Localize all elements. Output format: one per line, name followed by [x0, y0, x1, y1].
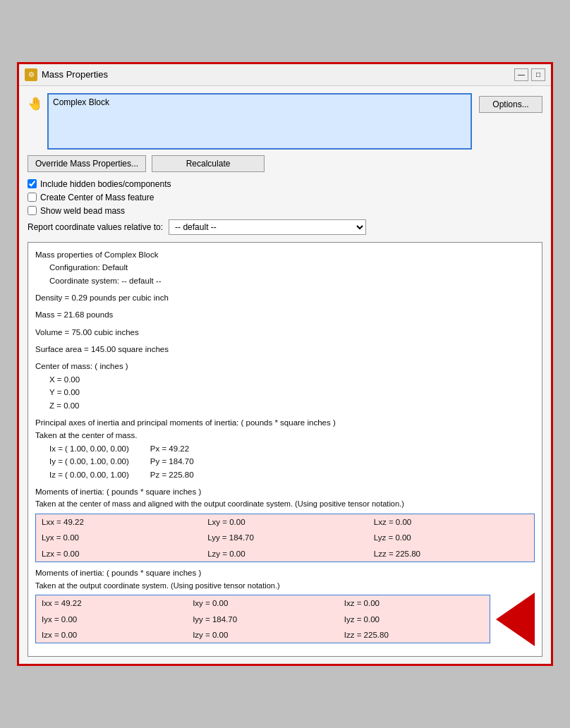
taken-center: Taken at the center of mass.: [35, 429, 535, 442]
app-icon: ⚙: [25, 68, 37, 81]
moments2-section: Moments of inertia: ( pounds * square in…: [35, 566, 535, 646]
results-coord-sys: Coordinate system: -- default --: [35, 274, 535, 287]
moments2-label: Moments of inertia: ( pounds * square in…: [35, 566, 535, 579]
cell-iyy: Iyy = 184.70: [187, 612, 339, 627]
weld-bead-checkbox[interactable]: [28, 206, 37, 215]
com-x: X = 0.00: [35, 373, 535, 386]
object-list[interactable]: Complex Block: [47, 93, 472, 150]
moments1-label: Moments of inertia: ( pounds * square in…: [35, 485, 535, 498]
table-row: Lyx = 0.00 Lyy = 184.70 Lyz = 0.00: [36, 530, 535, 545]
center-of-mass-checkbox[interactable]: [28, 193, 37, 202]
recalculate-button[interactable]: Recalculate: [152, 155, 265, 172]
volume-section: Volume = 75.00 cubic inches: [35, 326, 535, 339]
com-label: Center of mass: ( inches ): [35, 360, 535, 372]
cell-ixx: Ixx = 49.22: [36, 595, 188, 612]
coordinate-label: Report coordinate values relative to:: [28, 222, 163, 232]
com-z: Z = 0.00: [35, 399, 535, 412]
com-section: Center of mass: ( inches ) X = 0.00 Y = …: [35, 360, 535, 412]
hidden-bodies-row: Include hidden bodies/components: [28, 179, 542, 189]
center-of-mass-row: Create Center of Mass feature: [28, 193, 542, 202]
py-row: Py = 184.70: [150, 455, 194, 468]
table2-wrapper: Ixx = 49.22 Ixy = 0.00 Ixz = 0.00 Iyx = …: [35, 592, 535, 646]
principal-rows: Ix = ( 1.00, 0.00, 0.00) Iy = ( 0.00, 1.…: [35, 442, 535, 481]
cell-lyy: Lyy = 184.70: [202, 530, 368, 545]
cell-iyz: Iyz = 0.00: [339, 612, 490, 627]
window-controls: — □: [514, 68, 545, 81]
weld-bead-row: Show weld bead mass: [28, 206, 542, 216]
cell-iyx: Iyx = 0.00: [36, 612, 188, 627]
results-config: Configuration: Default: [35, 261, 535, 274]
dialog-body: 🤚 Complex Block Options... Override Mass…: [19, 86, 551, 665]
surface-area-value: Surface area = 145.00 square inches: [35, 343, 535, 356]
surface-area-section: Surface area = 145.00 square inches: [35, 343, 535, 356]
moments2-sub: Taken at the output coordinate system. (…: [35, 580, 535, 593]
iz-row: Iz = ( 0.00, 0.00, 1.00): [49, 468, 129, 481]
pz-row: Pz = 225.80: [150, 468, 194, 481]
cell-lzy: Lzy = 0.00: [202, 546, 368, 562]
weld-bead-label: Show weld bead mass: [40, 206, 125, 216]
principal-label: Principal axes of inertia and principal …: [35, 416, 535, 429]
principal-axes: Ix = ( 1.00, 0.00, 0.00) Iy = ( 0.00, 1.…: [49, 442, 129, 481]
hand-icon: 🤚: [28, 96, 43, 111]
table-row: Lzx = 0.00 Lzy = 0.00 Lzz = 225.80: [36, 546, 535, 562]
principal-section: Principal axes of inertia and principal …: [35, 416, 535, 481]
options-button[interactable]: Options...: [479, 96, 542, 113]
red-arrow-icon: [496, 593, 535, 646]
density-value: Density = 0.29 pounds per cubic inch: [35, 291, 535, 304]
object-list-item: Complex Block: [53, 97, 109, 107]
hidden-bodies-checkbox[interactable]: [28, 179, 37, 188]
cell-izz: Izz = 225.80: [339, 627, 490, 643]
cell-izy: Izy = 0.00: [187, 627, 339, 643]
volume-value: Volume = 75.00 cubic inches: [35, 326, 535, 339]
options-col: Options...: [479, 93, 542, 150]
cell-ixz: Ixz = 0.00: [339, 595, 490, 612]
top-row: 🤚 Complex Block Options...: [28, 93, 542, 150]
action-row: Override Mass Properties... Recalculate: [28, 155, 542, 172]
cell-lxy: Lxy = 0.00: [202, 514, 368, 530]
center-of-mass-label: Create Center of Mass feature: [40, 193, 154, 202]
mass-value: Mass = 21.68 pounds: [35, 308, 535, 321]
maximize-button[interactable]: □: [531, 68, 545, 81]
override-button[interactable]: Override Mass Properties...: [28, 155, 146, 172]
cell-izx: Izx = 0.00: [36, 627, 188, 643]
window-title: Mass Properties: [42, 69, 510, 80]
cell-lyx: Lyx = 0.00: [36, 530, 202, 545]
principal-moments: Px = 49.22 Py = 184.70 Pz = 225.80: [150, 442, 194, 481]
cell-lxz: Lxz = 0.00: [368, 514, 535, 530]
table-row: Lxx = 49.22 Lxy = 0.00 Lxz = 0.00: [36, 514, 535, 530]
moments1-table: Lxx = 49.22 Lxy = 0.00 Lxz = 0.00 Lyx = …: [35, 514, 535, 562]
moments1-sub: Taken at the center of mass and aligned …: [35, 498, 535, 511]
cell-lxx: Lxx = 49.22: [36, 514, 202, 530]
results-title: Mass properties of Complex Block: [35, 248, 535, 261]
cell-lyz: Lyz = 0.00: [368, 530, 535, 545]
px-row: Px = 49.22: [150, 442, 194, 455]
table-row: Izx = 0.00 Izy = 0.00 Izz = 225.80: [36, 627, 490, 643]
iy-row: Iy = ( 0.00, 1.00, 0.00): [49, 455, 129, 468]
ix-row: Ix = ( 1.00, 0.00, 0.00): [49, 442, 129, 455]
moments2-table: Ixx = 49.22 Ixy = 0.00 Ixz = 0.00 Iyx = …: [35, 595, 490, 643]
hidden-bodies-label: Include hidden bodies/components: [40, 179, 171, 189]
main-window: ⚙ Mass Properties — □ 🤚 Complex Block Op…: [17, 62, 553, 667]
density-section: Density = 0.29 pounds per cubic inch: [35, 291, 535, 304]
moments1-section: Moments of inertia: ( pounds * square in…: [35, 485, 535, 562]
results-header: Mass properties of Complex Block Configu…: [35, 248, 535, 287]
cell-lzz: Lzz = 225.80: [368, 546, 535, 562]
title-bar: ⚙ Mass Properties — □: [19, 64, 551, 86]
mass-section: Mass = 21.68 pounds: [35, 308, 535, 321]
minimize-button[interactable]: —: [514, 68, 528, 81]
results-box: Mass properties of Complex Block Configu…: [28, 242, 542, 657]
table-row: Iyx = 0.00 Iyy = 184.70 Iyz = 0.00: [36, 612, 490, 627]
cell-lzx: Lzx = 0.00: [36, 546, 202, 562]
table-row: Ixx = 49.22 Ixy = 0.00 Ixz = 0.00: [36, 595, 490, 612]
coordinate-select[interactable]: -- default --: [169, 219, 366, 235]
cell-ixy: Ixy = 0.00: [187, 595, 339, 612]
coordinate-row: Report coordinate values relative to: --…: [28, 219, 542, 235]
com-y: Y = 0.00: [35, 386, 535, 399]
